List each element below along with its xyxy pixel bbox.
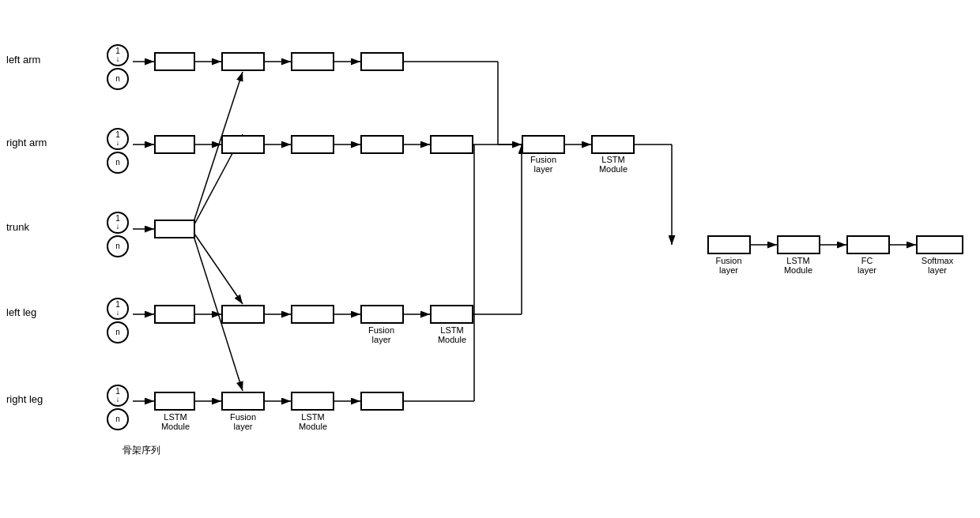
lstm-mid-box — [591, 135, 635, 154]
lstm-module-final-label: LSTMModule — [771, 256, 825, 275]
left-leg-box1 — [154, 305, 195, 324]
lstm-final-box — [777, 235, 820, 254]
softmax-layer-label: Softmaxlayer — [910, 256, 964, 275]
left-arm-box1 — [154, 52, 195, 71]
right-arm-box3 — [291, 135, 334, 154]
right-arm-circles: 1↓ n — [107, 128, 129, 174]
fusion-layer-mid-label: Fusionlayer — [356, 325, 407, 344]
fusion-layer-right-label: Fusionlayer — [518, 155, 569, 174]
left-arm-circle-1: 1↓ — [107, 44, 129, 66]
left-arm-box4 — [360, 52, 404, 71]
lstm-module-bottom-label: LSTMModule — [149, 412, 202, 431]
left-arm-box2 — [221, 52, 265, 71]
fusion-mid-box — [522, 135, 565, 154]
svg-line-21 — [194, 234, 243, 304]
lstm-module-right-label: LSTMModule — [586, 155, 640, 174]
left-leg-label: left leg — [6, 306, 36, 318]
right-leg-box1 — [154, 392, 195, 411]
lstm-module-mid-label: LSTMModule — [425, 325, 479, 344]
right-arm-box5 — [430, 135, 473, 154]
left-leg-box2 — [221, 305, 265, 324]
trunk-circles: 1↓ n — [107, 212, 129, 257]
right-arm-label: right arm — [6, 137, 47, 148]
left-arm-label: left arm — [6, 54, 40, 66]
left-arm-box3 — [291, 52, 334, 71]
right-arm-box4 — [360, 135, 404, 154]
fusion-layer-final-label: Fusionlayer — [702, 256, 756, 275]
softmax-box — [916, 235, 963, 254]
left-leg-box4 — [360, 305, 404, 324]
trunk-circle-n: n — [107, 235, 129, 257]
right-leg-label: right leg — [6, 393, 43, 405]
right-leg-circle-n: n — [107, 408, 129, 430]
right-leg-box3 — [291, 392, 334, 411]
fc-box — [846, 235, 890, 254]
left-leg-circle-1: 1↓ — [107, 298, 129, 320]
right-leg-box4 — [360, 392, 404, 411]
right-arm-box1 — [154, 135, 195, 154]
right-leg-circles: 1↓ n — [107, 385, 129, 430]
fusion-final-box — [707, 235, 751, 254]
trunk-label: trunk — [6, 221, 29, 233]
trunk-circle-1: 1↓ — [107, 212, 129, 234]
left-leg-box3 — [291, 305, 334, 324]
diagram: left arm right arm trunk left leg right … — [0, 0, 980, 518]
fc-layer-label: FClayer — [843, 256, 891, 275]
fusion-layer-bottom-label: Fusionlayer — [217, 412, 269, 431]
left-leg-circle-n: n — [107, 321, 129, 343]
left-arm-circles: 1↓ n — [107, 44, 129, 90]
right-leg-box2 — [221, 392, 265, 411]
left-arm-circle-n: n — [107, 68, 129, 90]
left-leg-box5 — [430, 305, 473, 324]
lstm-module-bottom2-label: LSTMModule — [286, 412, 340, 431]
right-arm-circle-n: n — [107, 152, 129, 174]
right-arm-circle-1: 1↓ — [107, 128, 129, 150]
skeleton-sequence-label: 骨架序列 — [122, 444, 160, 457]
right-arm-box2 — [221, 135, 265, 154]
connection-arrows — [0, 0, 980, 518]
trunk-box1 — [154, 220, 195, 238]
left-leg-circles: 1↓ n — [107, 298, 129, 343]
right-leg-circle-1: 1↓ — [107, 385, 129, 407]
